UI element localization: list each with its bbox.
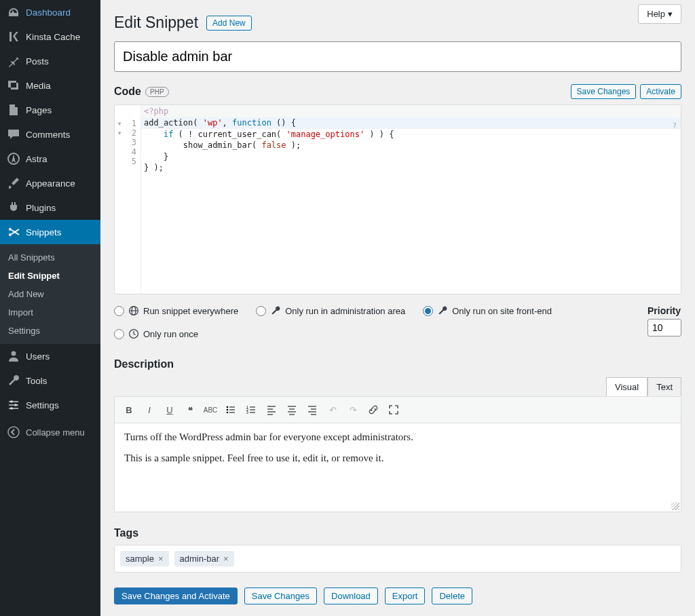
sidebar-item-label: Pages [26,105,52,115]
submenu-item-import[interactable]: Import [0,303,100,322]
align-center-icon[interactable] [283,401,301,419]
sidebar-item-snippets[interactable]: Snippets [0,220,100,244]
scope-radio[interactable] [114,329,124,339]
page-title: Edit Snippet [114,14,198,32]
sidebar-item-plugins[interactable]: Plugins [0,195,100,220]
save-changes-button[interactable]: Save Changes [244,588,317,604]
sidebar-submenu-snippets: All Snippets Edit Snippet Add New Import… [0,244,100,344]
sidebar-item-label: Posts [26,56,49,66]
scope-admin[interactable]: Only run in administration area [256,305,405,316]
bold-icon[interactable]: B [120,401,138,419]
collapse-menu-button[interactable]: Collapse menu [0,420,100,444]
help-icon[interactable]: ? [672,121,677,130]
quote-icon[interactable]: ❝ [181,401,199,419]
sidebar-item-kinsta-cache[interactable]: Kinsta Cache [0,24,100,49]
scope-radio[interactable] [256,306,266,316]
submenu-item-all-snippets[interactable]: All Snippets [0,248,100,267]
tab-text[interactable]: Text [647,377,681,396]
collapse-icon [7,425,20,439]
sidebar-item-dashboard[interactable]: Dashboard [0,0,100,24]
svg-point-12 [227,409,229,411]
align-right-icon[interactable] [303,401,321,419]
submenu-item-edit-snippet[interactable]: Edit Snippet [0,267,100,285]
sliders-icon [7,398,20,412]
sidebar-item-users[interactable]: Users [0,344,100,368]
number-list-icon[interactable]: 123 [242,401,260,419]
undo-icon[interactable]: ↶ [324,401,341,419]
chevron-down-icon: ▾ [668,9,673,19]
media-icon [7,79,20,92]
scope-radio[interactable] [423,306,433,316]
delete-button[interactable]: Delete [432,588,472,604]
svg-text:3: 3 [246,410,248,415]
export-button[interactable]: Export [385,588,426,604]
resize-handle[interactable] [671,502,679,510]
tag-label: admin-bar [180,554,220,564]
tag-remove-icon[interactable]: × [223,554,229,564]
svg-point-3 [12,351,16,356]
editor-content[interactable]: Turns off the WordPress admin bar for ev… [115,423,681,512]
sidebar-item-pages[interactable]: Pages [0,98,100,122]
priority-input[interactable] [647,319,681,336]
scope-radio[interactable] [114,306,124,316]
main-content: Help ▾ Edit Snippet Add New Code PHP Sav… [100,0,695,616]
sidebar-item-label: Media [26,81,51,91]
scope-everywhere[interactable]: Run snippet everywhere [114,305,238,316]
scope-label: Only run once [143,329,198,339]
scope-once[interactable]: Only run once [114,328,631,339]
sidebar-item-label: Plugins [26,203,56,213]
underline-icon[interactable]: U [161,401,179,419]
svg-point-11 [227,406,229,408]
scope-label: Only run on site front-end [452,306,552,316]
scope-label: Run snippet everywhere [143,306,238,316]
sidebar-item-astra[interactable]: Astra [0,147,100,171]
sidebar-item-appearance[interactable]: Appearance [0,171,100,195]
strike-icon[interactable]: ABC [202,401,219,419]
help-tab[interactable]: Help ▾ [638,4,681,24]
fullscreen-icon[interactable] [385,401,402,419]
help-label: Help [647,9,665,19]
page-icon [7,103,20,117]
sidebar-item-label: Appearance [26,178,75,189]
sidebar-item-media[interactable]: Media [0,73,100,98]
align-left-icon[interactable] [263,401,280,419]
gutter: ▾1 ▾2 3 4 5 [115,105,141,294]
dashboard-icon [7,5,20,19]
scope-options: Run snippet everywhere Only run in admin… [114,305,631,339]
sidebar-item-label: Users [26,351,50,362]
download-button[interactable]: Download [324,588,378,604]
save-and-activate-button[interactable]: Save Changes and Activate [114,588,238,604]
bullet-list-icon[interactable] [222,401,240,419]
submenu-item-settings[interactable]: Settings [0,322,100,340]
redo-icon[interactable]: ↷ [344,401,362,419]
editor-toolbar: B I U ❝ ABC 123 ↶ ↷ [115,397,681,423]
sidebar-item-label: Dashboard [26,7,71,18]
snippet-name-input[interactable] [114,41,681,72]
sidebar-item-label: Settings [26,400,59,410]
submenu-item-add-new[interactable]: Add New [0,285,100,303]
description-editor: B I U ❝ ABC 123 ↶ ↷ Turns off the WordPr… [114,396,681,512]
svg-point-1 [9,228,12,231]
code-editor[interactable]: ▾1 ▾2 3 4 5 <?php add_action( 'wp', func… [114,104,681,294]
wrench-icon [7,374,20,387]
tab-visual[interactable]: Visual [606,377,647,396]
sidebar-item-settings[interactable]: Settings [0,393,100,417]
activate-button[interactable]: Activate [640,84,681,99]
code-body[interactable]: <?php add_action( 'wp', function () { if… [141,105,681,294]
sidebar-item-tools[interactable]: Tools [0,368,100,393]
kinsta-icon [7,30,20,43]
link-icon[interactable] [364,401,382,419]
globe-icon [128,305,139,316]
wrench-icon [270,305,281,316]
collapse-label: Collapse menu [26,427,85,438]
plug-icon [7,201,20,214]
code-heading: Code [114,85,141,98]
add-new-button[interactable]: Add New [206,16,252,31]
sidebar-item-posts[interactable]: Posts [0,49,100,73]
sidebar-item-comments[interactable]: Comments [0,122,100,147]
italic-icon[interactable]: I [140,401,158,419]
scope-frontend[interactable]: Only run on site front-end [423,305,552,316]
tag-remove-icon[interactable]: × [158,554,164,564]
save-changes-button-top[interactable]: Save Changes [571,84,637,99]
tags-input[interactable]: sample × admin-bar × [114,545,681,573]
